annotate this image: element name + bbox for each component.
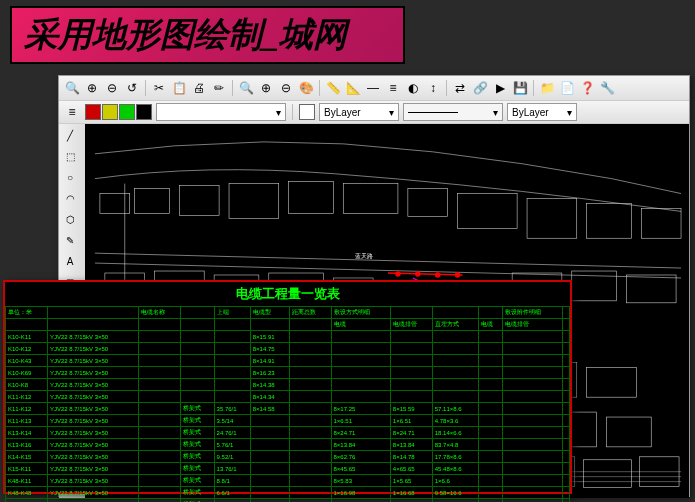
- table-cell: 8×45.65: [331, 463, 390, 475]
- toolbar-icon-15[interactable]: ≡: [384, 79, 402, 97]
- toolbar-icon-21[interactable]: 💾: [511, 79, 529, 97]
- svg-text:蓝天路: 蓝天路: [355, 253, 373, 259]
- toolbar-icon-9[interactable]: ⊕: [257, 79, 275, 97]
- toolbar-icon-10[interactable]: ⊖: [277, 79, 295, 97]
- table-cell: YJV22 8.7/15kV 3×50: [47, 391, 138, 403]
- table-cell: [503, 355, 562, 367]
- toolbar-icon-7[interactable]: ✏: [210, 79, 228, 97]
- table-cell: [390, 379, 432, 391]
- draw-tool-4[interactable]: ⬡: [61, 210, 79, 228]
- table-cell: 8×5.83: [331, 475, 390, 487]
- swatch-3[interactable]: [136, 104, 152, 120]
- layer-icon[interactable]: ≡: [63, 103, 81, 121]
- table-cell: 13.76/1: [214, 463, 250, 475]
- toolbar-icon-12[interactable]: 📏: [324, 79, 342, 97]
- table-cell: [562, 367, 569, 379]
- table-cell: 8×24.71: [331, 427, 390, 439]
- toolbar-icon-0[interactable]: 🔍: [63, 79, 81, 97]
- toolbar-icon-2[interactable]: ⊖: [103, 79, 121, 97]
- svg-point-30: [416, 272, 420, 276]
- table-cell: 4×65.65: [390, 463, 432, 475]
- table-cell: [503, 463, 562, 475]
- table-cell: [432, 355, 478, 367]
- draw-tool-5[interactable]: ✎: [61, 231, 79, 249]
- color-dropdown[interactable]: ByLayer▾: [319, 103, 399, 121]
- table-cell: [139, 451, 181, 463]
- svg-rect-6: [408, 189, 448, 217]
- table-subheader: [139, 319, 181, 331]
- table-cell: [139, 499, 181, 503]
- toolbar-icon-1[interactable]: ⊕: [83, 79, 101, 97]
- swatch-2[interactable]: [119, 104, 135, 120]
- table-cell: [214, 355, 250, 367]
- table-cell: K11-K12: [6, 403, 48, 415]
- table-cell: YJV22 8.7/15kV 3×50: [47, 463, 138, 475]
- table-header: 距离总数: [289, 307, 331, 319]
- table-cell: [214, 343, 250, 355]
- draw-tool-0[interactable]: ╱: [61, 126, 79, 144]
- toolbar-icon-5[interactable]: 📋: [170, 79, 188, 97]
- table-cell: [331, 367, 390, 379]
- table-subheader: [250, 319, 289, 331]
- toolbar-icon-3[interactable]: ↺: [123, 79, 141, 97]
- toolbar-icon-11[interactable]: 🎨: [297, 79, 315, 97]
- swatch-0[interactable]: [85, 104, 101, 120]
- layer-dropdown[interactable]: ▾: [156, 103, 286, 121]
- table-header: [390, 307, 432, 319]
- toolbar-icon-23[interactable]: 📄: [558, 79, 576, 97]
- svg-rect-5: [343, 184, 398, 214]
- toolbar-icon-18[interactable]: ⇄: [451, 79, 469, 97]
- toolbar-icon-17[interactable]: ↕: [424, 79, 442, 97]
- table-header: 敷设方式明细: [331, 307, 390, 319]
- toolbar-icon-20[interactable]: ▶: [491, 79, 509, 97]
- toolbar-icon-6[interactable]: 🖨: [190, 79, 208, 97]
- toolbar-icon-14[interactable]: —: [364, 79, 382, 97]
- table-cell: 18.14×6.6: [432, 427, 478, 439]
- slide-title: 采用地形图绘制_城网: [24, 12, 347, 58]
- table-cell: [289, 499, 331, 503]
- table-cell: 45.48×8.6: [432, 463, 478, 475]
- table-cell: [478, 331, 503, 343]
- table-cell: [562, 343, 569, 355]
- table-cell: [331, 391, 390, 403]
- svg-rect-0: [100, 194, 130, 214]
- table-subheader: [562, 319, 569, 331]
- table-row: K10-K69YJV22 8.7/15kV 3×508×16.23: [6, 367, 570, 379]
- table-row: K11-K13YJV22 8.7/15kV 3×50桥架式3.5/141×6.5…: [6, 415, 570, 427]
- table-cell: [503, 475, 562, 487]
- toolbar-icon-16[interactable]: ◐: [404, 79, 422, 97]
- table-cell: [503, 403, 562, 415]
- toolbar-icon-25[interactable]: 🔧: [598, 79, 616, 97]
- toolbar-icon-4[interactable]: ✂: [150, 79, 168, 97]
- table-cell: 桥架式: [181, 415, 214, 427]
- svg-rect-3: [229, 184, 279, 219]
- table-cell: [250, 415, 289, 427]
- table-cell: 8×14.38: [250, 379, 289, 391]
- draw-tool-6[interactable]: A: [61, 252, 79, 270]
- linetype-dropdown[interactable]: ▾: [403, 103, 503, 121]
- toolbar-icon-19[interactable]: 🔗: [471, 79, 489, 97]
- table-cell: [289, 367, 331, 379]
- toolbar-icon-24[interactable]: ❓: [578, 79, 596, 97]
- table-cell: [289, 415, 331, 427]
- table-cell: 桥架式: [181, 487, 214, 499]
- table-cell: [289, 451, 331, 463]
- table-cell: [503, 499, 562, 503]
- toolbar-icon-22[interactable]: 📁: [538, 79, 556, 97]
- table-cell: [250, 463, 289, 475]
- lineweight-dropdown[interactable]: ByLayer▾: [507, 103, 577, 121]
- table-cell: 9.1×4.8: [432, 499, 478, 503]
- table-cell: [390, 367, 432, 379]
- table-cell: 8×15.91: [250, 331, 289, 343]
- table-cell: 17.78×8.6: [432, 451, 478, 463]
- color-swatch[interactable]: [299, 104, 315, 120]
- draw-tool-1[interactable]: ⬚: [61, 147, 79, 165]
- swatch-1[interactable]: [102, 104, 118, 120]
- draw-tool-2[interactable]: ○: [61, 168, 79, 186]
- toolbar-icon-13[interactable]: 📐: [344, 79, 362, 97]
- toolbar-icon-8[interactable]: 🔍: [237, 79, 255, 97]
- table-row: K10-K8YJV22 8.7/15kV 3×508×14.38: [6, 379, 570, 391]
- draw-tool-3[interactable]: ◠: [61, 189, 79, 207]
- svg-rect-23: [587, 367, 637, 397]
- table-cell: 4×15.37: [390, 499, 432, 503]
